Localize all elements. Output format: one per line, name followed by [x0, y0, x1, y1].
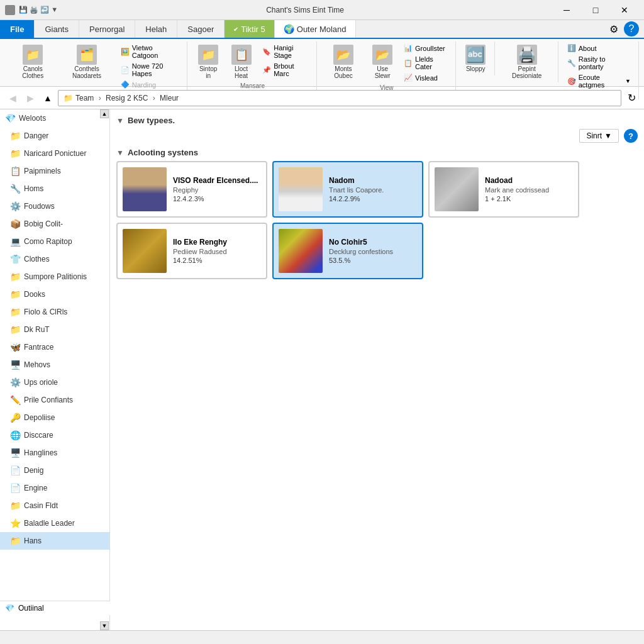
- sidebar-item-upsoriole[interactable]: ⚙️ Ups oriole: [0, 374, 109, 391]
- ribbon-small-ecoute[interactable]: 🎯 Ecoute actgmes ▼: [565, 72, 633, 90]
- sumpore-icon: 📁: [10, 272, 20, 282]
- sidebar-item-casin[interactable]: 📁 Casin Fldt: [0, 497, 109, 514]
- close-button[interactable]: ✕: [610, 0, 639, 20]
- conthels-icon: 🗂️: [77, 45, 97, 65]
- sidebar-item-mehovs[interactable]: 🖥️ Mehovs: [0, 356, 109, 374]
- ribbon-group-pepint: 🖨️ Pepint Desioniate: [496, 42, 558, 82]
- ribbon-small-llelds[interactable]: 📋 Llelds Cater: [401, 54, 450, 72]
- ribbon-btn-sloppy[interactable]: 🔤 Sloppy: [462, 43, 489, 74]
- tab-helah[interactable]: Helah: [135, 20, 177, 38]
- address-field[interactable]: 📁 Team › Resig 2 K5C › Mleur: [58, 90, 621, 106]
- sidebar-item-naricard[interactable]: 📁 Naricard Ponictuer: [0, 145, 109, 162]
- hanglines-icon: 🖥️: [10, 448, 20, 458]
- tab-sagoer[interactable]: Sagoer: [177, 20, 225, 38]
- ribbon-btn-lloct[interactable]: 📋 Lloct Heat: [225, 43, 257, 81]
- info-button[interactable]: ?: [624, 129, 638, 143]
- depoliise-icon: 🔑: [10, 413, 20, 423]
- card-nadom[interactable]: Nadom Tnart lis Coapore. 14.2.2.9%: [272, 161, 423, 218]
- ribbon-small-about[interactable]: ℹ️ About: [565, 43, 633, 53]
- sidebar-item-disccare[interactable]: 🌐 Disccare: [0, 426, 109, 444]
- llelds-icon: 📋: [404, 59, 413, 67]
- sort-button[interactable]: Sinrt ▼: [579, 129, 619, 143]
- sidebar-item-weloots[interactable]: 💎 Weloots: [0, 109, 109, 127]
- card-ilo-stat: 14.2.51%: [173, 257, 261, 264]
- ribbon-small-nowe[interactable]: 📄 Nowe 720 Hapes: [118, 61, 182, 79]
- ribbon-btn-monts[interactable]: 📂 Monts Oubec: [323, 43, 364, 81]
- fiolo-icon: 📁: [10, 307, 20, 317]
- homs-icon: 🔧: [10, 184, 20, 194]
- ribbon-btn-use[interactable]: 📂 Use Slewr: [366, 43, 399, 81]
- refresh-button[interactable]: ↻: [624, 91, 639, 106]
- sidebar-item-paipminels[interactable]: 📋 Paipminels: [0, 162, 109, 180]
- ribbon-small-groull[interactable]: 📊 Groullster: [401, 43, 450, 53]
- card-ilo[interactable]: Ilo Eke Renghy Pediiew Radused 14.2.51%: [116, 223, 267, 279]
- sidebar-item-como[interactable]: 💻 Como Rapitop: [0, 233, 109, 250]
- sidebar-scroll-down[interactable]: ▼: [100, 621, 109, 630]
- address-bar: ◀ ▶ ▲ 📁 Team › Resig 2 K5C › Mleur ↻: [0, 87, 644, 109]
- card-nadoad[interactable]: Nadoad Mark ane codrissead 1 + 2.1K: [428, 161, 579, 218]
- maximize-button[interactable]: □: [581, 0, 610, 20]
- use-icon: 📂: [372, 45, 392, 65]
- sidebar-item-engine[interactable]: 📄 Engine: [0, 479, 109, 497]
- card-viso-title: VISO Readr Elcensed....: [173, 176, 261, 185]
- ribbon-group3-content: 📂 Monts Oubec 📂 Use Slewr 📊 Groullster 📋…: [323, 43, 450, 83]
- sort-chevron-icon: ▼: [604, 131, 612, 140]
- tab-giants[interactable]: Giants: [35, 20, 79, 38]
- card-viso[interactable]: VISO Readr Elcensed.... Regiphy 12.4.2.3…: [116, 161, 267, 218]
- sidebar-item-dkrut[interactable]: 📁 Dk RuT: [0, 321, 109, 338]
- up-button[interactable]: ▲: [40, 91, 55, 106]
- card-noclohir-subtitle: Decklurg confestions: [329, 248, 417, 255]
- ribbon-small-hanigi[interactable]: 🔖 Hanigi Stage: [260, 43, 311, 60]
- sidebar-item-bobig[interactable]: 📦 Bobig Colit-: [0, 215, 109, 233]
- tab-outermoland[interactable]: 🌍 Outer Moland: [275, 20, 356, 38]
- canols-icon: 📁: [23, 45, 43, 65]
- tab-file[interactable]: File: [0, 20, 35, 38]
- ribbon-small-vietwo[interactable]: 🖼️ Vietwo Catgoon: [118, 43, 182, 60]
- card-noclohir[interactable]: No Clohir5 Decklurg confestions 53.5.%: [272, 223, 423, 279]
- sidebar-item-dooks[interactable]: 📁 Dooks: [0, 286, 109, 303]
- card-nadom-thumb: [279, 167, 323, 211]
- ribbon-btn-canols[interactable]: 📁 Canols Clothes: [10, 43, 55, 81]
- sidebar-scroll-up[interactable]: ▲: [100, 109, 109, 118]
- sidebar-item-prile[interactable]: ✏️ Prile Confiants: [0, 391, 109, 409]
- sidebar-item-baladle[interactable]: ⭐ Baladle Leader: [0, 514, 109, 532]
- sidebar-item-foudows[interactable]: ⚙️ Foudows: [0, 197, 109, 215]
- card-nadom-stat: 14.2.2.9%: [329, 195, 417, 203]
- ribbon-small-rasity[interactable]: 🔧 Rasity to pontarty: [565, 54, 633, 72]
- ribbon-help-btn[interactable]: ?: [624, 21, 639, 36]
- tab-pernorgal[interactable]: Pernorgal: [79, 20, 135, 38]
- tab-tiktir5[interactable]: ✔ Tiktir 5: [225, 20, 275, 38]
- ribbon-small-vislead[interactable]: 📈 Vislead: [401, 72, 450, 83]
- title-bar-left: 💾 🖨️ ↩️ ▼: [5, 5, 58, 15]
- ribbon-small-narding: 🔷 Narding: [118, 79, 182, 90]
- sidebar-item-danger[interactable]: 📁 Danger: [0, 127, 109, 145]
- ribbon: 📁 Canols Clothes 🗂️ Conthels Naodarets 🖼…: [0, 39, 644, 87]
- sidebar-bottom-item[interactable]: 💎 Outiinal: [0, 601, 110, 615]
- sort-bar: Sinrt ▼ ?: [116, 129, 638, 143]
- sidebar-item-hans[interactable]: 📁 Hans: [0, 532, 109, 550]
- ribbon-small-group6: ℹ️ About 🔧 Rasity to pontarty 🎯 Ecoute a…: [565, 43, 633, 90]
- sidebar-item-hanglines[interactable]: 🖥️ Hanglines: [0, 444, 109, 462]
- card-nadom-subtitle: Tnart lis Coapore.: [329, 186, 417, 194]
- sidebar-item-homs[interactable]: 🔧 Homs: [0, 180, 109, 197]
- sidebar-item-depoliise[interactable]: 🔑 Depoliise: [0, 409, 109, 426]
- sidebar-item-clothes[interactable]: 👕 Clothes: [0, 250, 109, 268]
- ribbon-btn-sintop[interactable]: 📁 Sintop in: [194, 43, 223, 81]
- brbout-icon: 📌: [262, 66, 271, 74]
- sidebar-item-sumpore[interactable]: 📁 Sumpore Palitionis: [0, 268, 109, 286]
- section-toggle[interactable]: ▼: [116, 148, 124, 157]
- ribbon-small-brbout[interactable]: 📌 Brbout Marc: [260, 61, 311, 79]
- card-noclohir-image: [279, 229, 323, 273]
- sidebar-item-fiolo[interactable]: 📁 Fiolo & ClRls: [0, 303, 109, 321]
- ribbon-btn-pepint[interactable]: 🖨️ Pepint Desioniate: [501, 43, 553, 81]
- filter-toggle[interactable]: ▼: [116, 116, 124, 125]
- sidebar-item-fantrace[interactable]: 🦋 Fantrace: [0, 338, 109, 356]
- card-ilo-subtitle: Pediiew Radused: [173, 248, 261, 255]
- minimize-button[interactable]: ─: [552, 0, 581, 20]
- ribbon-btn-conthels[interactable]: 🗂️ Conthels Naodarets: [58, 43, 115, 81]
- paipminels-icon: 📋: [10, 166, 20, 176]
- ribbon-settings-btn[interactable]: ⚙: [606, 21, 621, 36]
- card-nadoad-title: Nadoad: [485, 176, 573, 185]
- content-area: ▼ Bew typees. Sinrt ▼ ? ▼ Aclooting syst…: [110, 109, 644, 630]
- sidebar-item-denig[interactable]: 📄 Denig: [0, 462, 109, 479]
